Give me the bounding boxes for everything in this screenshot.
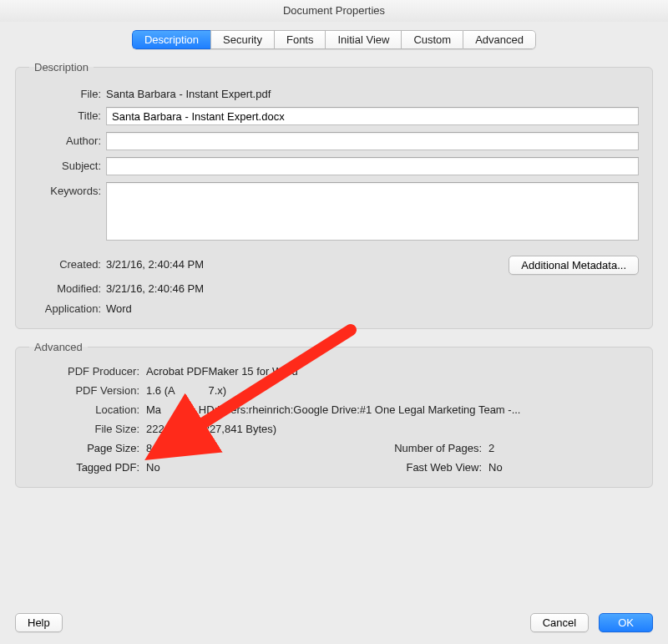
additional-metadata-button[interactable]: Additional Metadata...	[509, 256, 639, 275]
subject-input[interactable]	[106, 157, 639, 175]
title-label: Title:	[29, 107, 106, 122]
advanced-legend: Advanced	[29, 341, 88, 353]
document-properties-window: Document Properties Description Security…	[0, 0, 668, 644]
fast-web-view-label: Fast Web View:	[321, 461, 488, 474]
pdf-producer-label: PDF Producer:	[29, 365, 146, 378]
file-size-value: 222.50 KB (227,841 Bytes)	[146, 423, 639, 435]
tagged-pdf-label: Tagged PDF:	[29, 461, 146, 474]
titlebar: Document Properties	[0, 0, 668, 22]
tab-bar: Description Security Fonts Initial View …	[0, 30, 668, 49]
created-label: Created:	[29, 256, 106, 271]
subject-label: Subject:	[29, 157, 106, 172]
pdf-version-value: 1.6 (Acrobat 7.x)	[146, 384, 639, 397]
tab-custom[interactable]: Custom	[401, 30, 463, 49]
keywords-input[interactable]	[106, 182, 639, 241]
title-input[interactable]	[106, 107, 639, 125]
location-value: Macintosh HD:Users:rheinrich:Google Driv…	[146, 403, 639, 416]
ok-button[interactable]: OK	[599, 613, 653, 632]
application-value: Word	[106, 300, 639, 315]
file-value: Santa Barbara - Instant Expert.pdf	[106, 85, 639, 100]
tagged-pdf-value: No	[146, 461, 321, 474]
file-label: File:	[29, 85, 106, 100]
tab-description[interactable]: Description	[132, 30, 210, 49]
file-size-label: File Size:	[29, 423, 146, 435]
content-frame: Description File: Santa Barbara - Instan…	[15, 61, 653, 596]
location-label: Location:	[29, 403, 146, 416]
modified-value: 3/21/16, 2:40:46 PM	[106, 280, 639, 295]
tab-fonts[interactable]: Fonts	[274, 30, 326, 49]
description-group: Description File: Santa Barbara - Instan…	[15, 61, 653, 329]
cancel-button[interactable]: Cancel	[530, 613, 589, 632]
window-title: Document Properties	[283, 4, 385, 17]
author-input[interactable]	[106, 132, 639, 150]
author-label: Author:	[29, 132, 106, 147]
tab-initial-view[interactable]: Initial View	[325, 30, 401, 49]
application-label: Application:	[29, 300, 106, 315]
description-legend: Description	[29, 61, 94, 74]
tab-security[interactable]: Security	[210, 30, 274, 49]
page-size-label: Page Size:	[29, 442, 146, 454]
pdf-version-label: PDF Version:	[29, 384, 146, 397]
keywords-label: Keywords:	[29, 182, 106, 197]
number-pages-label: Number of Pages:	[321, 442, 488, 454]
help-button[interactable]: Help	[15, 613, 63, 632]
tab-advanced[interactable]: Advanced	[463, 30, 536, 49]
modified-label: Modified:	[29, 280, 106, 295]
created-value: 3/21/16, 2:40:44 PM	[106, 256, 509, 271]
page-size-value: 8.50 x 10.99 in	[146, 442, 321, 454]
advanced-group: Advanced PDF Producer: Acrobat PDFMaker …	[15, 341, 653, 488]
fast-web-view-value: No	[488, 461, 639, 474]
tab-segmented-control: Description Security Fonts Initial View …	[132, 30, 536, 49]
button-bar: Help Cancel OK	[15, 613, 653, 632]
number-pages-value: 2	[488, 442, 639, 454]
pdf-producer-value: Acrobat PDFMaker 15 for Word	[146, 365, 639, 378]
